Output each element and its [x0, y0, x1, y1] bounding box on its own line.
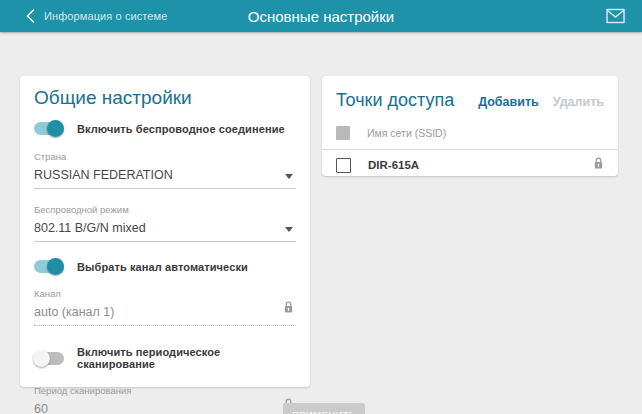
wireless-toggle-row: Включить беспроводное соединение	[34, 122, 296, 135]
auto-channel-toggle[interactable]	[34, 260, 64, 273]
channel-field: Канал auto (канал 1)	[34, 288, 296, 326]
toggle-knob	[33, 350, 50, 367]
country-select[interactable]: Страна RUSSIAN FEDERATION	[34, 151, 296, 189]
auto-channel-toggle-row: Выбрать канал автоматически	[34, 260, 296, 273]
scan-period-field: Период сканирования 60	[34, 385, 296, 414]
access-points-header: Точки доступа Добавить Удалить	[322, 76, 618, 121]
periodic-scan-toggle[interactable]	[34, 352, 64, 365]
country-value: RUSSIAN FEDERATION	[34, 166, 296, 189]
toggle-knob	[47, 120, 64, 137]
wireless-mode-select[interactable]: Беспроводной режим 802.11 B/G/N mixed	[34, 204, 296, 242]
message-button[interactable]	[606, 8, 625, 24]
apply-button[interactable]: ПРИМЕНИТЬ	[283, 403, 365, 414]
toggle-knob	[47, 258, 64, 275]
wireless-toggle[interactable]	[34, 122, 64, 135]
back-link[interactable]: Информация о системе	[26, 0, 167, 32]
wireless-mode-value: 802.11 B/G/N mixed	[34, 219, 296, 242]
wireless-mode-label: Беспроводной режим	[34, 204, 296, 215]
access-points-card: Точки доступа Добавить Удалить Имя сети …	[322, 76, 618, 176]
ssid-column-header: Имя сети (SSID)	[367, 127, 446, 139]
table-header-row: Имя сети (SSID)	[322, 121, 618, 149]
delete-button[interactable]: Удалить	[553, 95, 604, 109]
general-settings-title: Общие настройки	[34, 86, 296, 110]
select-all-checkbox[interactable]	[336, 126, 350, 140]
top-bar: Информация о системе Основные настройки	[0, 0, 642, 32]
envelope-icon	[606, 8, 625, 24]
wireless-toggle-label: Включить беспроводное соединение	[77, 123, 285, 135]
table-row[interactable]: DIR-615A	[322, 150, 618, 180]
ssid-value: DIR-615A	[368, 159, 576, 171]
scan-period-label: Период сканирования	[34, 385, 296, 396]
padlock-icon	[283, 300, 294, 318]
caret-down-icon	[285, 227, 293, 232]
chevron-left-icon	[26, 9, 35, 23]
add-button[interactable]: Добавить	[478, 95, 539, 109]
periodic-scan-toggle-row: Включить периодическое сканирование	[34, 346, 296, 370]
caret-down-icon	[285, 174, 293, 179]
general-settings-card: Общие настройки Включить беспроводное со…	[20, 76, 310, 387]
access-points-title: Точки доступа	[336, 89, 464, 111]
scan-period-value: 60	[34, 400, 296, 414]
channel-label: Канал	[34, 288, 296, 299]
country-label: Страна	[34, 151, 296, 162]
padlock-icon	[593, 156, 604, 174]
periodic-scan-toggle-label: Включить периодическое сканирование	[77, 346, 296, 370]
row-checkbox[interactable]	[336, 158, 351, 173]
channel-value: auto (канал 1)	[34, 303, 296, 326]
back-link-label: Информация о системе	[44, 10, 167, 22]
page-title: Основные настройки	[248, 8, 394, 25]
auto-channel-toggle-label: Выбрать канал автоматически	[77, 261, 248, 273]
